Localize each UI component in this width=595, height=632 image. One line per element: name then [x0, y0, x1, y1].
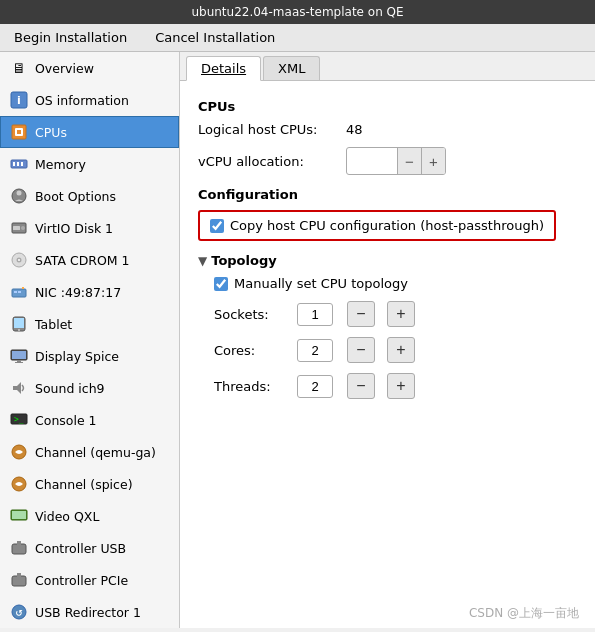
sidebar-item-video-qxl[interactable]: Video QXL [0, 500, 179, 532]
svg-rect-13 [13, 226, 20, 230]
titlebar-text: ubuntu22.04-maas-template on QE [191, 5, 403, 19]
sidebar-item-label: Controller PCIe [35, 573, 128, 588]
sidebar-item-tablet[interactable]: Tablet [0, 308, 179, 340]
svg-rect-8 [21, 162, 23, 166]
logical-host-cpus-row: Logical host CPUs: 48 [198, 122, 577, 137]
vcpu-allocation-decrement[interactable]: − [397, 148, 421, 174]
sidebar-item-label: Overview [35, 61, 94, 76]
svg-text:i: i [17, 94, 21, 107]
video-qxl-icon [9, 506, 29, 526]
channel-spice-icon [9, 474, 29, 494]
topology-collapse-icon[interactable]: ▼ [198, 254, 207, 268]
threads-row: Threads: 2 − + [214, 373, 577, 399]
sidebar-item-label: Channel (qemu-ga) [35, 445, 156, 460]
logical-host-cpus-value: 48 [346, 122, 363, 137]
sidebar-item-console-1[interactable]: >_ Console 1 [0, 404, 179, 436]
threads-input[interactable]: 2 [297, 375, 333, 398]
tab-details[interactable]: Details [186, 56, 261, 81]
cancel-installation-button[interactable]: Cancel Installation [141, 24, 289, 51]
sidebar-item-controller-usb[interactable]: Controller USB [0, 532, 179, 564]
sockets-decrement[interactable]: − [347, 301, 375, 327]
cores-decrement[interactable]: − [347, 337, 375, 363]
copy-host-cpu-checkbox[interactable] [210, 219, 224, 233]
tab-xml[interactable]: XML [263, 56, 320, 80]
topology-header: ▼ Topology [198, 253, 577, 268]
svg-point-16 [18, 259, 20, 261]
svg-rect-25 [12, 351, 26, 359]
svg-text:↺: ↺ [15, 608, 23, 618]
sidebar-item-label: Video QXL [35, 509, 99, 524]
svg-point-23 [18, 329, 20, 331]
begin-installation-button[interactable]: Begin Installation [0, 24, 141, 51]
sata-cdrom-icon [9, 250, 29, 270]
svg-rect-34 [12, 511, 26, 519]
memory-icon [9, 154, 29, 174]
svg-point-12 [21, 226, 25, 230]
vcpu-allocation-input[interactable]: 4 [347, 151, 397, 172]
configuration-section: Configuration Copy host CPU configuratio… [198, 187, 577, 241]
threads-label: Threads: [214, 379, 289, 394]
sockets-increment[interactable]: + [387, 301, 415, 327]
svg-rect-4 [17, 130, 21, 134]
sidebar-item-nic[interactable]: NIC :49:87:17 [0, 276, 179, 308]
sidebar-item-label: CPUs [35, 125, 67, 140]
topology-section: ▼ Topology Manually set CPU topology Soc… [198, 253, 577, 399]
sockets-label: Sockets: [214, 307, 289, 322]
controller-pcie-icon [9, 570, 29, 590]
cores-label: Cores: [214, 343, 289, 358]
threads-decrement[interactable]: − [347, 373, 375, 399]
main-layout: 🖥 Overview i OS information CPUs Memory [0, 52, 595, 628]
watermark: CSDN @上海一亩地 [469, 605, 579, 622]
sidebar-item-sound-ich9[interactable]: Sound ich9 [0, 372, 179, 404]
svg-rect-22 [14, 318, 24, 328]
sidebar-item-controller-pcie[interactable]: Controller PCIe [0, 564, 179, 596]
virtio-disk-icon [9, 218, 29, 238]
manually-set-cpu-checkbox[interactable] [214, 277, 228, 291]
sidebar-item-os-information[interactable]: i OS information [0, 84, 179, 116]
topology-label: Topology [211, 253, 276, 268]
sidebar-item-overview[interactable]: 🖥 Overview [0, 52, 179, 84]
console-icon: >_ [9, 410, 29, 430]
manually-set-label: Manually set CPU topology [234, 276, 408, 291]
tabs: Details XML [180, 52, 595, 81]
svg-rect-37 [12, 576, 26, 586]
display-spice-icon [9, 346, 29, 366]
sidebar-item-display-spice[interactable]: Display Spice [0, 340, 179, 372]
copy-host-config-box: Copy host CPU configuration (host-passth… [198, 210, 556, 241]
sidebar-item-channel-spice[interactable]: Channel (spice) [0, 468, 179, 500]
sidebar-item-label: USB Redirector 1 [35, 605, 141, 620]
sidebar-item-usb-redirector-1[interactable]: ↺ USB Redirector 1 [0, 596, 179, 628]
sidebar-item-label: Display Spice [35, 349, 119, 364]
sidebar: 🖥 Overview i OS information CPUs Memory [0, 52, 180, 628]
tablet-icon [9, 314, 29, 334]
sockets-input[interactable]: 1 [297, 303, 333, 326]
usb-redirector-1-icon: ↺ [9, 602, 29, 622]
svg-rect-36 [17, 541, 21, 545]
cores-input[interactable]: 2 [297, 339, 333, 362]
sidebar-item-label: Memory [35, 157, 86, 172]
sidebar-item-label: Tablet [35, 317, 72, 332]
svg-marker-28 [13, 382, 21, 394]
sockets-row: Sockets: 1 − + [214, 301, 577, 327]
sidebar-item-cpus[interactable]: CPUs [0, 116, 179, 148]
sidebar-item-boot-options[interactable]: Boot Options [0, 180, 179, 212]
vcpu-allocation-increment[interactable]: + [421, 148, 445, 174]
cpus-section-title: CPUs [198, 99, 577, 114]
cores-increment[interactable]: + [387, 337, 415, 363]
sidebar-item-channel-qemu-ga[interactable]: Channel (qemu-ga) [0, 436, 179, 468]
content-area: Details XML CPUs Logical host CPUs: 48 v… [180, 52, 595, 628]
copy-host-cpu-label: Copy host CPU configuration (host-passth… [230, 218, 544, 233]
sidebar-item-label: SATA CDROM 1 [35, 253, 130, 268]
svg-rect-26 [17, 360, 21, 362]
sidebar-item-virtio-disk-1[interactable]: VirtIO Disk 1 [0, 212, 179, 244]
overview-icon: 🖥 [9, 58, 29, 78]
threads-increment[interactable]: + [387, 373, 415, 399]
sidebar-item-label: Sound ich9 [35, 381, 105, 396]
sidebar-item-memory[interactable]: Memory [0, 148, 179, 180]
menubar: Begin Installation Cancel Installation [0, 24, 595, 52]
sidebar-item-sata-cdrom-1[interactable]: SATA CDROM 1 [0, 244, 179, 276]
svg-rect-18 [14, 291, 17, 293]
logical-host-cpus-label: Logical host CPUs: [198, 122, 338, 137]
sidebar-item-label: OS information [35, 93, 129, 108]
sidebar-item-label: VirtIO Disk 1 [35, 221, 113, 236]
